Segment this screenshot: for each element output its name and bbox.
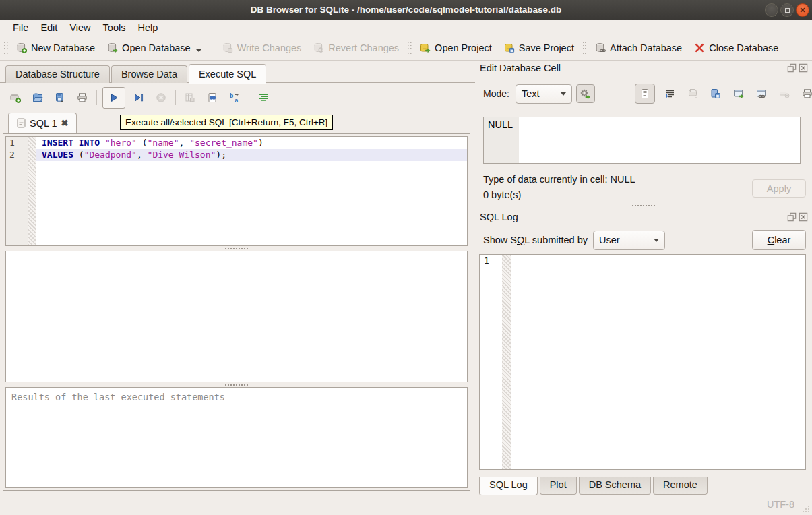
dock-tab-db-schema[interactable]: DB Schema (579, 477, 651, 495)
revert-changes-button[interactable]: Revert Changes (307, 39, 405, 57)
copy-link-button[interactable] (753, 86, 770, 102)
close-database-icon (694, 42, 705, 53)
minimize-button[interactable]: – (765, 3, 778, 17)
fold-margin (28, 137, 36, 149)
close-dock-icon[interactable] (799, 212, 808, 222)
dock-splitter[interactable] (475, 203, 812, 208)
menu-tools[interactable]: Tools (97, 22, 132, 34)
apply-button[interactable]: Apply (752, 179, 806, 198)
toolbar-separator (175, 90, 176, 105)
close-dock-icon[interactable] (799, 63, 808, 73)
cell-mode-row: Mode: Text (483, 84, 808, 104)
tab-browse-data[interactable]: Browse Data (111, 65, 187, 83)
save-project-label: Save Project (519, 42, 574, 53)
set-null-icon (779, 88, 790, 99)
menu-help[interactable]: Help (131, 22, 164, 34)
cell-editor[interactable]: NULL (483, 117, 801, 164)
new-database-label: New Database (31, 42, 95, 53)
line-number: 1 (6, 137, 28, 149)
dock-tab-plot[interactable]: Plot (540, 477, 577, 495)
format-sql-button[interactable] (255, 89, 272, 107)
sql-editor-toolbar: b a (7, 87, 272, 109)
toolbar-drag-handle (407, 40, 412, 56)
find-button[interactable] (204, 89, 221, 107)
grid-message-splitter[interactable] (5, 382, 468, 387)
mode-label: Mode: (483, 88, 509, 99)
maximize-button[interactable] (780, 3, 794, 17)
float-dock-icon[interactable] (787, 63, 797, 73)
mode-combobox[interactable]: Text (516, 84, 572, 104)
close-tab-icon[interactable]: ✖ (61, 118, 69, 128)
status-bar: UTF-8 (0, 495, 812, 515)
sql-log-filter-row: Show SQL submitted by User Clear (483, 230, 806, 250)
execute-all-icon (108, 92, 119, 103)
results-message-pane: Results of the last executed statements (5, 387, 468, 488)
submitted-by-combobox[interactable]: User (593, 231, 665, 250)
auto-mode-button[interactable] (576, 84, 595, 103)
word-wrap-icon (664, 88, 675, 99)
import-data-button[interactable] (685, 86, 701, 102)
set-null-button[interactable] (776, 86, 792, 102)
toolbar-separator (249, 90, 249, 105)
fold-margin (28, 149, 36, 161)
resize-grip-icon[interactable] (800, 503, 809, 512)
gutter (6, 161, 28, 245)
code-text: VALUES ("Deadpond", "Dive Wilson"); (36, 149, 467, 161)
menu-file[interactable]: File (7, 22, 34, 34)
menu-edit[interactable]: Edit (34, 22, 63, 34)
new-database-button[interactable]: New Database (10, 39, 101, 57)
sql-1-tab[interactable]: SQL 1 ✖ (8, 113, 77, 133)
cell-editor-area[interactable] (519, 117, 800, 163)
save-sql-file-button[interactable] (51, 89, 69, 107)
clear-log-button[interactable]: Clear (752, 230, 806, 250)
encoding-indicator[interactable]: UTF-8 (767, 499, 794, 510)
save-as-icon (710, 88, 721, 99)
float-dock-icon[interactable] (787, 212, 797, 222)
save-project-button[interactable]: Save Project (498, 39, 580, 57)
open-sql-file-button[interactable] (29, 89, 46, 107)
sql-log-dock-title: SQL Log (480, 212, 787, 222)
save-project-icon (504, 42, 515, 53)
sql-log-view[interactable]: 1 (479, 254, 806, 470)
cell-size-info: 0 byte(s) (483, 189, 521, 200)
close-database-button[interactable]: Close Database (688, 39, 784, 57)
code-editor-empty-area (6, 161, 467, 245)
print-cell-button[interactable] (799, 86, 812, 102)
sql-string: "Deadpond" (84, 150, 137, 160)
close-button[interactable]: ✕ (796, 3, 809, 17)
attach-database-button[interactable]: Attach Database (589, 39, 688, 57)
sql-code-editor[interactable]: 1 INSERT INTO "hero" ("name", "secret_na… (5, 136, 468, 246)
print-sql-button[interactable] (73, 89, 91, 107)
text-mode-button[interactable] (635, 84, 655, 104)
print-icon (77, 92, 88, 103)
open-external-button[interactable] (730, 86, 747, 102)
cell-editor-iconbar (635, 84, 812, 104)
write-changes-button[interactable]: Write Changes (216, 39, 308, 57)
stop-execution-button[interactable] (152, 89, 170, 107)
tab-database-structure[interactable]: Database Structure (5, 65, 110, 83)
open-database-button[interactable]: Open Database (101, 39, 208, 57)
dock-tab-remote[interactable]: Remote (653, 477, 708, 495)
import-data-icon (687, 88, 698, 99)
execute-line-button[interactable] (130, 89, 148, 107)
write-changes-label: Write Changes (237, 42, 302, 53)
save-results-button[interactable] (181, 89, 199, 107)
title-bar: DB Browser for SQLite - /home/user/code/… (0, 0, 812, 20)
dock-tab-sql-log[interactable]: SQL Log (479, 477, 538, 495)
open-sql-tab-button[interactable] (7, 89, 24, 107)
sql-plain: ( (73, 150, 84, 160)
open-database-dropdown-arrow[interactable] (196, 49, 201, 52)
sql-string: "secret_name" (189, 138, 258, 148)
editor-results-splitter[interactable] (5, 246, 468, 251)
execute-all-button[interactable] (102, 87, 125, 109)
maximize-icon (785, 8, 790, 13)
code-text: INSERT INTO "hero" ("name", "secret_name… (36, 137, 467, 149)
dock-tab-bar: SQL Log Plot DB Schema Remote (479, 477, 710, 495)
code-text (36, 161, 467, 245)
save-as-button[interactable] (708, 86, 724, 102)
word-wrap-button[interactable] (662, 86, 678, 102)
find-replace-button[interactable]: b a (226, 89, 243, 107)
menu-view[interactable]: View (63, 22, 96, 34)
tab-execute-sql[interactable]: Execute SQL (189, 64, 266, 83)
open-project-button[interactable]: Open Project (414, 39, 498, 57)
